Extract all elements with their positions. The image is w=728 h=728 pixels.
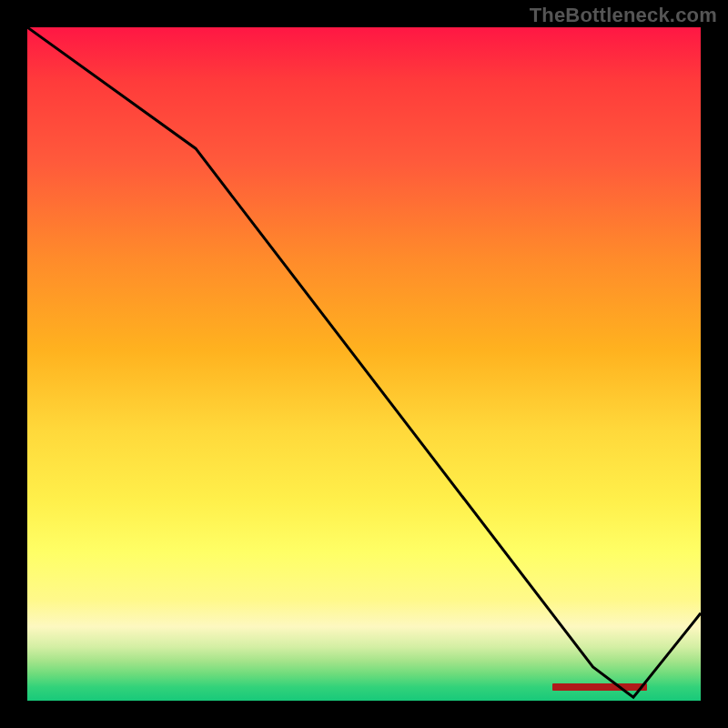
curve-line	[27, 27, 701, 697]
watermark-text: TheBottleneck.com	[530, 4, 717, 27]
chart-frame: TheBottleneck.com	[0, 0, 728, 728]
line-chart	[27, 27, 701, 701]
plot-area	[27, 27, 701, 701]
